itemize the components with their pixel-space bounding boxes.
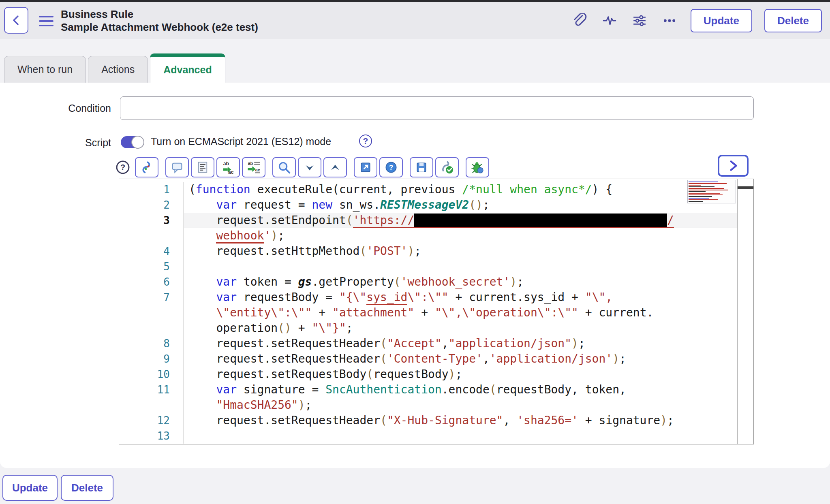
record-title: Business Rule Sample Attachment Webhook … <box>61 8 258 34</box>
code-row: 6 var token = gs.getProperty('webhook_se… <box>119 274 737 290</box>
code-token: "HmacSHA256" <box>216 398 298 412</box>
code-token: request.setHttpMethod <box>216 244 359 258</box>
code-line <box>184 259 737 274</box>
code-token: "\",\"operation\":\"" <box>435 306 578 319</box>
line-number: 5 <box>119 259 184 274</box>
syntax-editor-button[interactable] <box>135 157 158 177</box>
code-token: ) <box>407 244 414 258</box>
more-options-icon[interactable] <box>661 12 678 30</box>
condition-label: Condition <box>0 96 111 120</box>
script-label: Script <box>0 135 111 151</box>
code-token: "X-Hub-Signature" <box>387 414 503 427</box>
script-code-editor[interactable]: 1(function executeRule(current, previous… <box>119 179 754 444</box>
es-mode-toggle[interactable] <box>121 136 143 148</box>
code-token <box>189 229 216 242</box>
code-row: 4 request.setHttpMethod('POST'); <box>119 243 737 259</box>
format-code-icon <box>196 161 209 174</box>
settings-sliders-icon[interactable] <box>631 12 648 30</box>
search-button[interactable] <box>272 157 296 177</box>
code-token: ( <box>189 183 196 196</box>
code-token: ; <box>517 275 524 288</box>
code-token <box>189 244 216 258</box>
footer-update-button[interactable]: Update <box>2 475 58 501</box>
code-token: ( <box>346 214 353 227</box>
footer-delete-button[interactable]: Delete <box>61 475 113 501</box>
find-previous-button[interactable] <box>323 157 347 177</box>
code-token: + current.sys_id + <box>449 290 585 304</box>
replace-button[interactable]: ab ac <box>216 157 240 177</box>
api-help-button[interactable]: ? <box>379 157 403 177</box>
svg-text:ac: ac <box>228 169 234 174</box>
code-token: request = <box>237 198 312 211</box>
tab-bar: When to runActionsAdvanced <box>4 53 227 83</box>
tab-actions[interactable]: Actions <box>88 56 148 83</box>
save-icon <box>415 161 428 173</box>
syntax-editor-icon <box>140 161 153 174</box>
line-number <box>119 320 184 336</box>
line-number: 10 <box>119 367 184 382</box>
code-token: requestBody, token, <box>496 383 626 396</box>
replace-all-icon: ab ac <box>247 160 261 174</box>
delete-button[interactable]: Delete <box>764 9 822 32</box>
minimap-line <box>689 182 718 182</box>
editor-toolbar: ? <box>115 156 491 178</box>
code-line: request.setRequestHeader('Content-Type',… <box>184 351 737 367</box>
svg-text:?: ? <box>120 163 125 172</box>
code-token: operation <box>216 321 278 335</box>
code-token <box>189 306 216 319</box>
code-token: function <box>196 183 250 196</box>
code-token: 'application/json' <box>490 352 612 365</box>
expand-editor-button[interactable] <box>718 155 749 177</box>
minimap-line <box>689 186 714 187</box>
debug-bug-icon <box>471 160 484 174</box>
toggle-comment-button[interactable] <box>165 157 189 177</box>
tab-advanced[interactable]: Advanced <box>150 53 225 83</box>
line-number: 7 <box>119 290 184 305</box>
tab-when-to-run[interactable]: When to run <box>4 56 86 83</box>
search-icon <box>277 160 291 174</box>
code-line: request.setRequestHeader("Accept","appli… <box>184 336 737 351</box>
replace-all-button[interactable]: ab ac <box>242 157 265 177</box>
code-token <box>189 321 216 335</box>
code-row: operation() + "\"}"; <box>119 320 737 336</box>
find-next-button[interactable] <box>298 157 321 177</box>
code-line: var requestBody = "{\"sys_id\":\"" + cur… <box>184 290 737 305</box>
code-token: "Accept" <box>387 337 442 350</box>
editor-scrollbar[interactable] <box>737 179 753 444</box>
format-code-button[interactable] <box>191 157 214 177</box>
open-in-new-window-button[interactable] <box>354 157 377 177</box>
update-button[interactable]: Update <box>691 9 752 32</box>
code-token: / <box>667 214 674 227</box>
attachment-icon[interactable] <box>571 12 588 30</box>
menu-button[interactable] <box>39 15 53 27</box>
debug-button[interactable] <box>466 157 489 177</box>
code-token: + <box>291 321 312 335</box>
activity-icon[interactable] <box>601 12 618 30</box>
code-token: ( <box>380 414 387 427</box>
editor-help-icon[interactable]: ? <box>115 159 131 175</box>
scrollbar-thumb[interactable] <box>738 186 753 189</box>
line-number <box>119 397 184 413</box>
condition-input[interactable] <box>120 96 754 120</box>
code-token: ; <box>346 321 353 335</box>
code-token: \":\"" <box>407 290 448 304</box>
code-row: 3 request.setEndpoint('https:// / <box>119 213 737 228</box>
minimap-line <box>689 196 712 197</box>
code-token: "\"}" <box>312 321 346 335</box>
line-number: 8 <box>119 336 184 351</box>
minimap-line <box>689 190 728 190</box>
code-token <box>189 367 216 381</box>
advanced-tab-panel: Condition Script Turn on ECMAScript 2021… <box>0 83 830 468</box>
code-token <box>189 214 216 227</box>
code-token: /*null when async*/ <box>462 183 592 196</box>
back-button[interactable] <box>4 7 28 34</box>
code-token: ) <box>612 352 619 365</box>
code-token: + <box>414 306 435 319</box>
line-number: 12 <box>119 413 184 428</box>
validate-script-button[interactable] <box>435 157 459 177</box>
line-number <box>119 305 184 320</box>
code-row: 13 <box>119 428 737 444</box>
es-mode-help-icon[interactable]: ? <box>359 135 372 147</box>
line-number: 9 <box>119 351 184 367</box>
save-button[interactable] <box>410 157 433 177</box>
